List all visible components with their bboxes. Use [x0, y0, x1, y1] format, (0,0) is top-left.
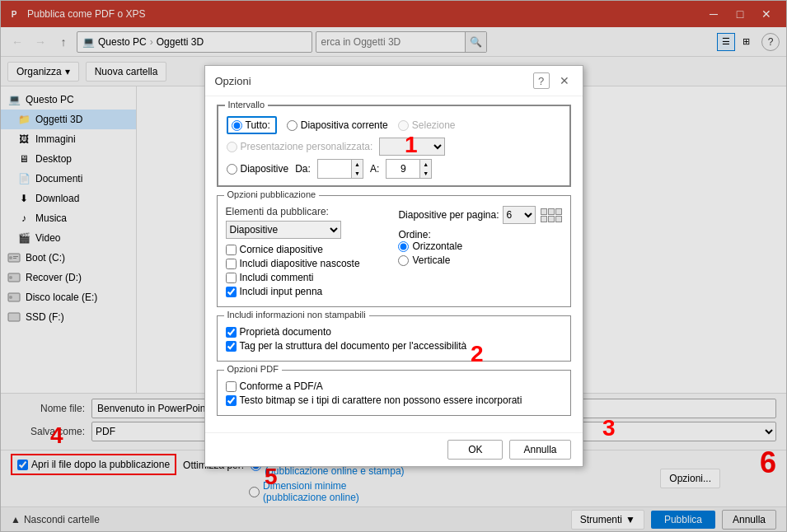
red-num-3: 3	[602, 415, 616, 441]
da-label: Da:	[295, 163, 311, 175]
dialog-close-button[interactable]: ✕	[556, 72, 573, 89]
diapositiva-corrente-radio[interactable]	[287, 120, 297, 131]
tag-checkbox[interactable]	[226, 341, 237, 352]
pub-main-row: Elementi da pubblicare: Diapositive C	[226, 206, 562, 300]
includi-nascoste-label[interactable]: Includi diapositive nascoste	[226, 258, 392, 269]
elementi-label: Elementi da pubblicare:	[226, 206, 329, 217]
main-window: P Pubblica come PDF o XPS ─ □ ✕ ← → ↑ 💻 …	[0, 0, 787, 532]
da-spinbox: ▲ ▼	[317, 159, 363, 179]
pub-right: Diapositive per pagina: 6	[398, 206, 561, 268]
presentazione-row: Presentazione personalizzata:	[227, 138, 561, 156]
a-spin-buttons: ▲ ▼	[419, 160, 431, 178]
cornice-label: Cornice diapositive	[240, 244, 323, 255]
presentazione-radio-label[interactable]: Presentazione personalizzata:	[227, 141, 373, 152]
informazioni-content: Proprietà documento Tag per la struttura…	[226, 326, 562, 352]
da-input[interactable]	[318, 160, 351, 178]
dialog-overlay: Opzioni ? ✕ Intervallo Tutto:	[1, 1, 786, 531]
includi-commenti-label[interactable]: Includi commenti	[226, 272, 392, 283]
slides-per-page-select[interactable]: 6	[503, 206, 536, 224]
diapositive-dropdown-row: Diapositive	[226, 221, 392, 239]
slides-per-page-row: Diapositive per pagina: 6	[398, 206, 561, 224]
tag-text: Tag per la struttura del documento per l…	[240, 340, 467, 352]
tutto-radio[interactable]	[232, 120, 242, 131]
opzioni-pubblicazione-section: Opzioni pubblicazione Elementi da pubbli…	[217, 195, 571, 307]
testo-bitmap-label[interactable]: Testo bitmap se i tipi di carattere non …	[226, 394, 562, 406]
a-spin-down[interactable]: ▼	[419, 169, 431, 178]
opzioni-pub-title: Opzioni pubblicazione	[224, 189, 320, 199]
grid-cell-2	[548, 208, 555, 215]
orizzontale-radio-label[interactable]: Orizzontale	[398, 240, 561, 252]
opzioni-pub-content: Elementi da pubblicare: Diapositive C	[226, 206, 562, 300]
dialog-body: Intervallo Tutto: Diapositiva corrente	[205, 96, 583, 432]
intervallo-section-title: Intervallo	[225, 100, 269, 110]
opzioni-pdf-content: Conforme a PDF/A Testo bitmap se i tipi …	[226, 380, 562, 406]
informazioni-title: Includi informazioni non stampabili	[224, 310, 369, 320]
grid-cell-6	[555, 216, 562, 222]
ordine-group: Ordine: Orizzontale Verticale	[398, 229, 561, 266]
diapositive-radio-label[interactable]: Diapositive	[227, 163, 289, 175]
ok-button[interactable]: OK	[447, 440, 503, 460]
grid-cell-4	[541, 216, 547, 222]
orizzontale-text: Orizzontale	[412, 240, 462, 252]
verticale-radio[interactable]	[398, 255, 409, 266]
intervallo-content: Tutto: Diapositiva corrente Selezione	[227, 116, 561, 179]
selezione-text: Selezione	[412, 119, 456, 131]
conforme-checkbox-label[interactable]: Conforme a PDF/A	[226, 380, 562, 392]
proprieta-checkbox-label[interactable]: Proprietà documento	[226, 326, 562, 338]
presentazione-radio	[227, 142, 237, 152]
grid-cell-1	[541, 208, 547, 215]
red-num-2: 2	[471, 341, 484, 367]
includi-commenti-checkbox[interactable]	[226, 273, 237, 283]
includi-nascoste-checkbox[interactable]	[226, 259, 237, 269]
informazioni-section: Includi informazioni non stampabili Prop…	[217, 315, 571, 362]
grid-cell-3	[555, 208, 562, 215]
conforme-text: Conforme a PDF/A	[240, 380, 323, 392]
diapositive-range-row: Diapositive Da: ▲ ▼ A:	[227, 159, 561, 179]
conforme-checkbox[interactable]	[226, 381, 237, 392]
grid-cell-5	[548, 216, 555, 222]
verticale-radio-label[interactable]: Verticale	[398, 254, 561, 266]
includi-commenti-text: Includi commenti	[240, 272, 314, 283]
diapositive-radio[interactable]	[227, 164, 237, 175]
a-spin-up[interactable]: ▲	[419, 160, 431, 169]
options-dialog: Opzioni ? ✕ Intervallo Tutto:	[204, 65, 583, 467]
selezione-radio	[398, 120, 409, 131]
intervallo-radio-row: Tutto: Diapositiva corrente Selezione	[227, 116, 561, 134]
testo-bitmap-checkbox[interactable]	[226, 395, 237, 406]
diapositiva-corrente-label[interactable]: Diapositiva corrente	[287, 119, 388, 131]
diapositive-text: Diapositive	[241, 163, 289, 175]
includi-input-checkbox[interactable]	[226, 287, 237, 297]
opzioni-pdf-section: Opzioni PDF Conforme a PDF/A Testo bitma…	[217, 370, 571, 416]
testo-bitmap-text: Testo bitmap se i tipi di carattere non …	[240, 394, 522, 406]
tutto-label: Tutto:	[246, 119, 270, 131]
cornice-checkbox[interactable]	[226, 245, 237, 255]
includi-nascoste-text: Includi diapositive nascoste	[240, 258, 360, 269]
orizzontale-radio[interactable]	[398, 241, 409, 252]
intervallo-section: Intervallo Tutto: Diapositiva corrente	[217, 105, 571, 187]
da-spin-down[interactable]: ▼	[351, 169, 363, 178]
da-spin-buttons: ▲ ▼	[351, 160, 363, 178]
tag-checkbox-label[interactable]: Tag per la struttura del documento per l…	[226, 340, 562, 352]
slides-per-page-label: Diapositive per pagina:	[398, 209, 499, 221]
tutto-radio-label[interactable]: Tutto:	[227, 116, 277, 134]
proprieta-checkbox[interactable]	[226, 327, 237, 338]
elementi-select[interactable]: Diapositive	[226, 221, 341, 239]
dialog-footer: OK Annulla	[205, 432, 583, 466]
dialog-help-button[interactable]: ?	[533, 72, 550, 89]
red-num-1: 1	[405, 132, 418, 158]
dialog-title-bar: Opzioni ? ✕	[205, 66, 583, 96]
proprieta-text: Proprietà documento	[240, 326, 331, 338]
a-input[interactable]	[386, 160, 419, 178]
cornice-checkbox-label[interactable]: Cornice diapositive	[226, 244, 392, 255]
includi-input-label[interactable]: Includi input penna	[226, 286, 392, 297]
dialog-title-text: Opzioni	[215, 75, 251, 87]
diapositiva-corrente-text: Diapositiva corrente	[301, 119, 388, 131]
grid-layout-icon	[541, 208, 562, 222]
da-spin-up[interactable]: ▲	[351, 160, 363, 169]
elementi-row: Elementi da pubblicare:	[226, 206, 392, 217]
ordine-label: Ordine:	[398, 229, 430, 240]
verticale-text: Verticale	[412, 254, 450, 266]
selezione-label[interactable]: Selezione	[398, 119, 456, 131]
cancel-dialog-button[interactable]: Annulla	[509, 440, 570, 460]
presentazione-text: Presentazione personalizzata:	[241, 141, 373, 152]
